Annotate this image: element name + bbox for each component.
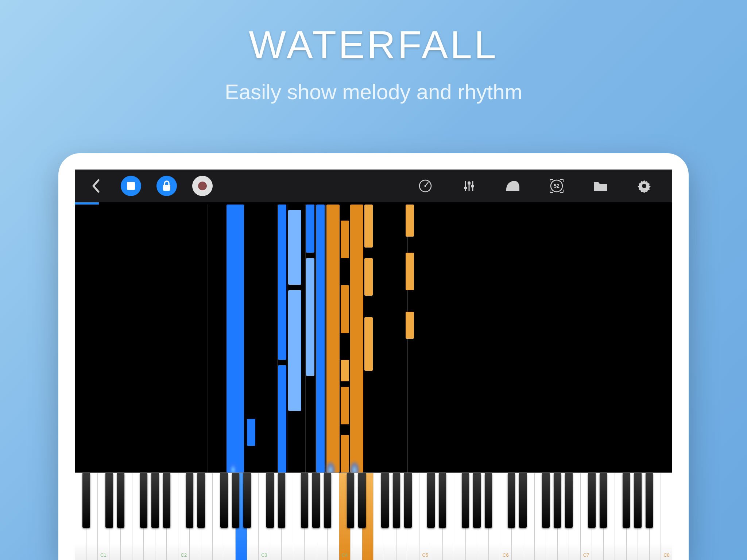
black-key[interactable] [565,473,572,528]
lock-icon [162,180,171,191]
black-key[interactable] [232,473,239,528]
waterfall-area[interactable] [75,205,672,472]
record-icon [197,181,208,191]
svg-point-5 [425,185,426,187]
black-key[interactable] [117,473,124,528]
black-key[interactable] [404,473,411,528]
falling-note [406,205,414,237]
octave-label: C6 [500,552,511,558]
black-key[interactable] [588,473,595,528]
guide-line [407,205,408,472]
black-key[interactable] [519,473,526,528]
falling-note [350,205,363,472]
marker-badge-icon: 52 [549,178,564,194]
black-key[interactable] [163,473,170,528]
black-key[interactable] [324,473,331,528]
app-screen: 52 C1C2C3C4C5C6C7C8 [75,170,672,560]
black-key[interactable] [381,473,388,528]
falling-note [237,205,244,472]
octave-label: C3 [259,552,270,558]
speedometer-icon [418,179,433,193]
falling-note [364,258,373,296]
settings-button[interactable] [634,176,654,196]
black-key[interactable] [485,473,492,528]
black-key[interactable] [151,473,159,528]
guide-line [325,205,326,472]
marker-button[interactable]: 52 [547,176,566,196]
gear-icon [637,179,651,193]
svg-point-2 [198,182,207,190]
folder-icon [593,180,608,192]
white-key[interactable]: C8 [661,473,672,560]
black-key[interactable] [439,473,446,528]
tempo-button[interactable] [415,176,435,196]
svg-rect-0 [127,182,135,190]
black-key[interactable] [473,473,480,528]
falling-note [247,419,255,446]
falling-note [406,312,414,339]
black-key[interactable] [243,473,251,528]
octave-label: C8 [661,552,672,558]
hero-title: WATERFALL [0,22,747,67]
falling-note [341,285,349,333]
black-key[interactable] [623,473,630,528]
falling-note [306,205,314,253]
falling-note [341,221,349,258]
svg-rect-11 [471,185,474,187]
falling-note [278,205,286,360]
black-key[interactable] [358,473,365,528]
svg-rect-1 [163,185,170,191]
black-key[interactable] [427,473,434,528]
guide-line [277,205,278,472]
black-key[interactable] [140,473,147,528]
octave-label: C5 [419,552,431,558]
black-key[interactable] [508,473,515,528]
falling-note [341,360,349,381]
instrument-button[interactable] [503,176,523,196]
black-key[interactable] [266,473,274,528]
octave-label: C7 [581,552,592,558]
octave-label: C4 [339,552,351,558]
stop-icon [127,182,135,190]
record-button[interactable] [192,176,213,196]
stop-button[interactable] [121,176,141,196]
back-button[interactable] [86,176,105,196]
black-key[interactable] [186,473,193,528]
guide-line [287,205,287,472]
black-key[interactable] [462,473,469,528]
falling-note [288,290,301,411]
black-key[interactable] [312,473,320,528]
falling-note [341,435,349,472]
black-key[interactable] [634,473,641,528]
lock-button[interactable] [156,176,177,196]
mixer-button[interactable] [459,176,479,196]
svg-point-14 [642,184,646,188]
black-key[interactable] [301,473,308,528]
black-key[interactable] [600,473,607,528]
black-key[interactable] [347,473,354,528]
piano-icon [505,179,521,192]
tablet-frame: 52 C1C2C3C4C5C6C7C8 [58,153,689,560]
black-key[interactable] [278,473,285,528]
black-key[interactable] [220,473,228,528]
guide-line [208,205,208,472]
svg-rect-9 [468,182,471,184]
black-key[interactable] [197,473,205,528]
black-key[interactable] [82,473,90,528]
guide-line [315,205,316,472]
guide-line [305,205,306,472]
black-key[interactable] [105,473,113,528]
black-key[interactable] [393,473,400,528]
falling-note [341,387,349,424]
black-key[interactable] [542,473,549,528]
black-key[interactable] [646,473,653,528]
black-key[interactable] [554,473,561,528]
octave-label: C2 [178,552,190,558]
files-button[interactable] [591,176,610,196]
hero-subtitle: Easily show melody and rhythm [0,79,747,104]
piano-keyboard[interactable]: C1C2C3C4C5C6C7C8 [75,472,672,560]
falling-note [406,253,414,290]
octave-label: C1 [98,552,109,558]
falling-note [326,205,340,472]
svg-rect-7 [464,187,467,189]
